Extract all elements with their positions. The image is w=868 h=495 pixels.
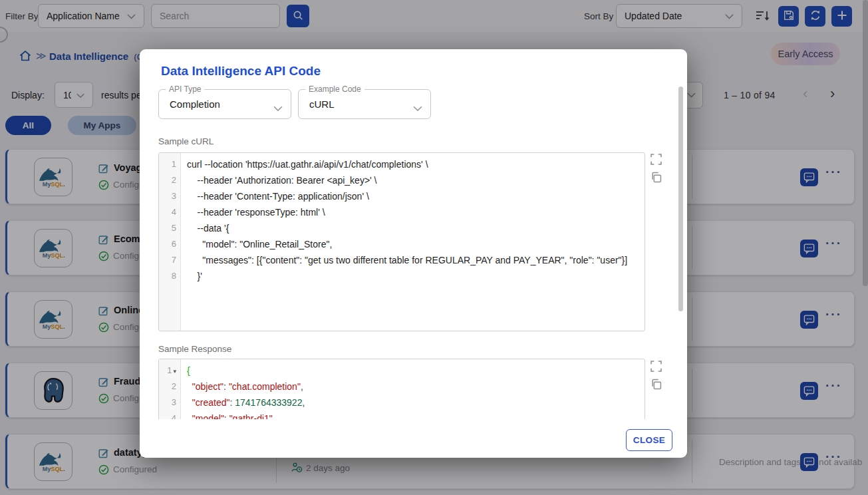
api-type-value: Completion <box>170 98 220 110</box>
curl-line-numbers: 12345678 <box>159 153 181 331</box>
code-line: --header 'Content-Type: application/json… <box>187 188 645 204</box>
api-code-dialog: Data Intelligence API Code API Type Comp… <box>140 49 687 458</box>
api-type-label: API Type <box>166 84 204 94</box>
app-root: Filter By Application Name Sort By Updat… <box>0 0 868 495</box>
line-number: 4 <box>159 411 180 419</box>
line-number: 5 <box>159 220 180 236</box>
dialog-title: Data Intelligence API Code <box>161 64 321 79</box>
copy-icon[interactable] <box>651 379 662 390</box>
expand-icon[interactable] <box>651 154 662 165</box>
code-line: "messages": [{"content": "get us two dif… <box>187 252 645 268</box>
example-code-value: cURL <box>309 98 335 110</box>
curl-code-content[interactable]: curl --location 'https://uat.gathr.ai/ap… <box>181 153 645 331</box>
chevron-down-icon <box>413 102 422 114</box>
modal-scrollbar-thumb[interactable] <box>678 86 683 311</box>
api-type-select[interactable]: API Type Completion <box>158 89 291 119</box>
code-line: "model": "gathr-di1", <box>187 411 645 419</box>
sample-response-label: Sample Response <box>158 344 231 354</box>
line-number: 2 <box>159 172 180 188</box>
line-number: 3 <box>159 395 180 411</box>
code-line: "model": "Online_Retail_Store", <box>187 236 645 252</box>
code-line: }' <box>187 268 645 284</box>
response-code-editor[interactable]: 1▾234 { "object": "chat.completion", "cr… <box>158 359 645 419</box>
curl-code-editor[interactable]: 12345678 curl --location 'https://uat.ga… <box>158 152 645 331</box>
line-number: 1▾ <box>159 363 180 379</box>
code-line: { <box>187 363 645 379</box>
code-line: --header 'Authorization: Bearer <api_key… <box>187 172 645 188</box>
line-number: 1 <box>159 156 180 172</box>
expand-icon[interactable] <box>651 361 662 372</box>
sample-curl-label: Sample cURL <box>158 136 214 146</box>
fold-arrow-icon[interactable]: ▾ <box>173 368 176 375</box>
code-line: "created": 1741764333922, <box>187 395 645 411</box>
line-number: 4 <box>159 204 180 220</box>
code-line: --data '{ <box>187 220 645 236</box>
line-number: 8 <box>159 268 180 284</box>
response-code-content[interactable]: { "object": "chat.completion", "created"… <box>181 359 645 419</box>
line-number: 3 <box>159 188 180 204</box>
copy-icon[interactable] <box>651 172 662 183</box>
response-clip-region: 1▾234 { "object": "chat.completion", "cr… <box>158 359 647 419</box>
line-number: 7 <box>159 252 180 268</box>
example-code-select[interactable]: Example Code cURL <box>298 89 431 119</box>
line-number: 2 <box>159 379 180 395</box>
code-line: "object": "chat.completion", <box>187 379 645 395</box>
line-number: 6 <box>159 236 180 252</box>
code-line: curl --location 'https://uat.gathr.ai/ap… <box>187 156 645 172</box>
example-code-label: Example Code <box>305 84 364 94</box>
response-line-numbers: 1▾234 <box>159 359 181 419</box>
chevron-down-icon <box>273 102 283 114</box>
code-line: --header 'responseType: html' \ <box>187 204 645 220</box>
close-button[interactable]: CLOSE <box>626 429 672 451</box>
